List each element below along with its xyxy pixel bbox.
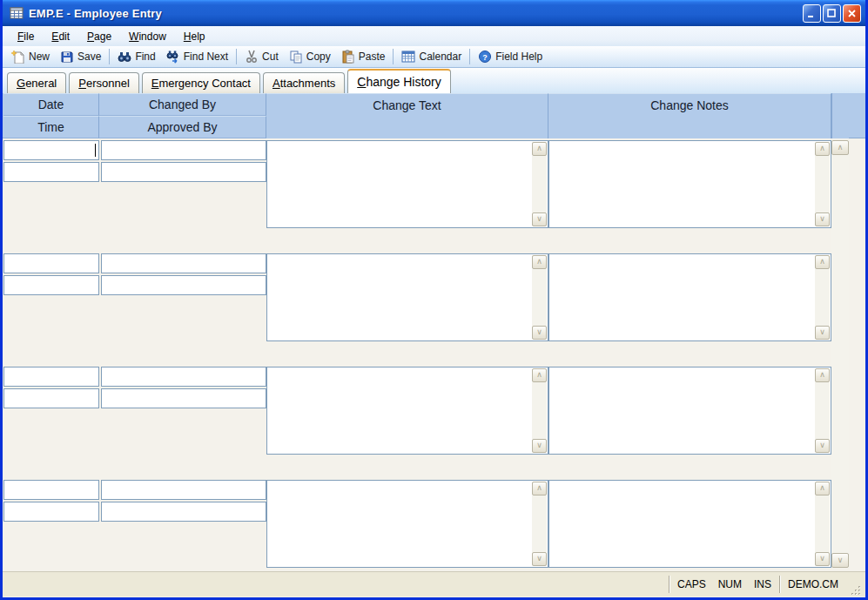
resize-grip[interactable]: [850, 584, 862, 597]
time-input[interactable]: [3, 502, 99, 522]
system-indicator: DEMO.CM: [779, 576, 846, 593]
help-icon: ?: [478, 50, 492, 64]
tab-personnel[interactable]: Personnel: [69, 72, 139, 93]
changed-by-input[interactable]: [101, 480, 266, 500]
change-text-area[interactable]: ∧∨: [266, 367, 548, 455]
textarea-scrollbar[interactable]: ∧∨: [532, 255, 547, 340]
header-changed-by: Changed By: [99, 93, 266, 116]
cut-button[interactable]: Cut: [239, 48, 284, 65]
changed-by-input[interactable]: [101, 140, 266, 160]
minimize-button[interactable]: [803, 4, 821, 23]
scroll-down-icon[interactable]: ∨: [815, 439, 830, 453]
caps-indicator: CAPS: [677, 578, 706, 590]
approved-by-input[interactable]: [101, 275, 266, 295]
scroll-up-icon[interactable]: ∧: [815, 482, 830, 496]
scroll-up-icon[interactable]: ∧: [831, 140, 849, 155]
maximize-button[interactable]: [823, 4, 841, 23]
close-button[interactable]: [843, 4, 861, 23]
time-input[interactable]: [3, 388, 99, 408]
vertical-scrollbar[interactable]: ∧ ∨: [831, 140, 849, 568]
date-input[interactable]: [3, 480, 99, 500]
textarea-scrollbar[interactable]: ∧∨: [815, 255, 830, 340]
change-notes-area[interactable]: ∧∨: [548, 140, 831, 228]
change-notes-area[interactable]: ∧∨: [548, 480, 831, 568]
changed-by-input[interactable]: [101, 367, 266, 387]
textarea-scrollbar[interactable]: ∧∨: [532, 142, 547, 226]
scroll-up-icon[interactable]: ∧: [815, 368, 830, 382]
header-change-notes: Change Notes: [548, 93, 831, 138]
menu-file[interactable]: File: [10, 28, 42, 45]
approved-by-input[interactable]: [101, 162, 266, 182]
scroll-down-icon[interactable]: ∨: [831, 553, 849, 568]
change-text-area[interactable]: ∧∨: [266, 140, 548, 228]
cut-icon: [245, 50, 259, 64]
menu-edit[interactable]: Edit: [44, 28, 77, 45]
calendar-button[interactable]: Calendar: [396, 48, 467, 65]
scroll-down-icon[interactable]: ∨: [815, 326, 830, 340]
time-field: [3, 162, 99, 182]
paste-icon: [341, 50, 355, 64]
changed-by-field: [101, 480, 266, 500]
date-input[interactable]: [3, 140, 99, 160]
change-text-area[interactable]: ∧∨: [266, 480, 548, 568]
text-caret: [95, 144, 96, 157]
copy-button[interactable]: Copy: [284, 48, 336, 65]
scroll-up-icon[interactable]: ∧: [532, 255, 547, 269]
textarea-scrollbar[interactable]: ∧∨: [532, 482, 547, 566]
tab-emergency-contact[interactable]: Emergency Contact: [142, 72, 260, 93]
new-button[interactable]: New: [6, 48, 55, 65]
new-document-icon: [11, 50, 25, 64]
paste-button[interactable]: Paste: [336, 48, 391, 65]
field-help-button[interactable]: ? Field Help: [473, 48, 548, 65]
scroll-down-icon[interactable]: ∨: [532, 552, 547, 566]
menu-help[interactable]: Help: [176, 28, 213, 45]
toolbar-separator: [469, 49, 470, 64]
date-field: [3, 253, 99, 273]
approved-by-field: [101, 388, 266, 408]
scroll-up-icon[interactable]: ∧: [532, 368, 547, 382]
scroll-up-icon[interactable]: ∧: [815, 255, 830, 269]
change-notes-area[interactable]: ∧∨: [548, 253, 831, 341]
find-next-button[interactable]: Find Next: [161, 48, 233, 65]
scroll-up-icon[interactable]: ∧: [532, 142, 547, 156]
find-button[interactable]: Find: [112, 48, 160, 65]
svg-text:?: ?: [482, 53, 488, 62]
tab-general[interactable]: General: [7, 72, 66, 93]
title-bar[interactable]: EMP.E - Employee Entry: [3, 0, 865, 26]
table-row: ∧∨ ∧∨: [3, 480, 865, 570]
time-input[interactable]: [3, 162, 99, 182]
tab-change-history[interactable]: Change History: [347, 69, 451, 93]
find-icon: [118, 50, 131, 64]
time-field: [3, 275, 99, 295]
change-text-area[interactable]: ∧∨: [266, 253, 548, 341]
header-approved-by: Approved By: [99, 116, 266, 138]
scroll-down-icon[interactable]: ∨: [815, 212, 830, 226]
time-input[interactable]: [3, 275, 99, 295]
textarea-scrollbar[interactable]: ∧∨: [532, 368, 547, 453]
scroll-down-icon[interactable]: ∨: [532, 212, 547, 226]
textarea-scrollbar[interactable]: ∧∨: [815, 142, 830, 226]
scroll-down-icon[interactable]: ∨: [815, 552, 830, 566]
textarea-scrollbar[interactable]: ∧∨: [815, 368, 830, 453]
status-bar: CAPS NUM INS DEMO.CM: [3, 571, 865, 597]
approved-by-input[interactable]: [101, 502, 266, 522]
menu-page[interactable]: Page: [79, 28, 119, 45]
date-input[interactable]: [3, 253, 99, 273]
header-time: Time: [3, 116, 99, 138]
save-icon: [60, 50, 74, 64]
approved-by-input[interactable]: [101, 388, 266, 408]
approved-by-field: [101, 502, 266, 522]
change-notes-area[interactable]: ∧∨: [548, 367, 831, 455]
scroll-down-icon[interactable]: ∨: [532, 439, 547, 453]
textarea-scrollbar[interactable]: ∧∨: [815, 482, 830, 566]
changed-by-input[interactable]: [101, 253, 266, 273]
tab-attachments[interactable]: Attachments: [263, 72, 345, 93]
menu-window[interactable]: Window: [121, 28, 174, 45]
scroll-down-icon[interactable]: ∨: [532, 326, 547, 340]
date-input[interactable]: [3, 367, 99, 387]
calendar-icon: [401, 50, 415, 64]
scroll-up-icon[interactable]: ∧: [532, 482, 547, 496]
scroll-up-icon[interactable]: ∧: [815, 142, 830, 156]
save-button[interactable]: Save: [55, 48, 106, 65]
grid-body: ∧∨ ∧∨ ∧∨ ∧∨ ∧∨: [3, 138, 865, 571]
